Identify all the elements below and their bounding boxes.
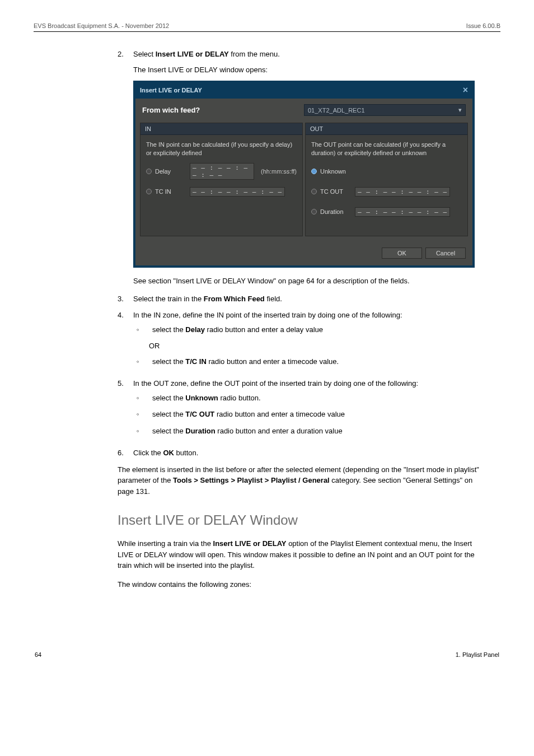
step-number: 5. xyxy=(118,378,133,442)
cancel-button[interactable]: Cancel xyxy=(425,248,466,259)
section-heading: Insert LIVE or DELAY Window xyxy=(118,512,484,528)
step5-opt1: select the Unknown radio button. xyxy=(152,393,261,404)
tcout-label: TC OUT xyxy=(320,188,352,195)
delay-suffix: (hh:mm:ss:ff) xyxy=(261,168,297,175)
step5-text: In the OUT zone, define the OUT point of… xyxy=(133,378,484,389)
chevron-down-icon: ▾ xyxy=(458,106,462,114)
feed-select[interactable]: 01_XT2_ADL_REC1 ▾ xyxy=(304,104,466,116)
step2-sub: The Insert LIVE or DELAY window opens: xyxy=(133,64,484,76)
feed-label: From wich feed? xyxy=(142,106,304,114)
step-number: 3. xyxy=(118,293,133,305)
unknown-label: Unknown xyxy=(320,168,352,175)
tcin-radio[interactable] xyxy=(146,189,152,194)
in-header: IN xyxy=(140,123,302,135)
page-number: 64 xyxy=(35,651,41,658)
dialog-title: Insert LIVE or DELAY xyxy=(140,87,202,94)
ok-button[interactable]: OK xyxy=(382,248,422,259)
duration-value[interactable]: – – : – – : – – : – – xyxy=(355,207,450,217)
step6-text: Click the OK button. xyxy=(133,447,484,459)
duration-radio[interactable] xyxy=(311,209,317,214)
delay-radio[interactable] xyxy=(146,169,152,174)
tcout-radio[interactable] xyxy=(311,189,317,194)
out-pane: OUT The OUT point can be calculated (if … xyxy=(305,123,468,236)
section-p1: While inserting a train via the Insert L… xyxy=(118,538,484,571)
duration-label: Duration xyxy=(320,208,352,215)
feed-value: 01_XT2_ADL_REC1 xyxy=(308,107,365,114)
header-right: Issue 6.00.B xyxy=(466,22,500,29)
page-header: EVS Broadcast Equipment S.A. - November … xyxy=(34,22,500,32)
step-number: 6. xyxy=(118,447,133,459)
step4-opt2: select the T/C IN radio button and enter… xyxy=(152,356,339,367)
out-desc: The OUT point can be calculated (if you … xyxy=(311,141,462,157)
delay-label: Delay xyxy=(155,168,186,175)
step4-opt1: select the Delay radio button and enter … xyxy=(152,324,323,335)
step4-or: OR xyxy=(149,340,484,352)
step5-opt2: select the T/C OUT radio button and ente… xyxy=(152,409,345,420)
after-dialog-text: See section "Insert LIVE or DELAY Window… xyxy=(133,276,484,287)
page-footer: 64 1. Playlist Panel xyxy=(34,651,500,658)
tcout-value[interactable]: – – : – – : – – : – – xyxy=(355,187,450,197)
step5-opt3: select the Duration radio button and ent… xyxy=(152,426,343,437)
step3-text: Select the train in the From Which Feed … xyxy=(133,293,484,305)
step2-text: Select Insert LIVE or DELAY from the men… xyxy=(133,49,484,60)
tcin-label: TC IN xyxy=(155,188,186,195)
header-left: EVS Broadcast Equipment S.A. - November … xyxy=(34,22,169,29)
dialog-screenshot: Insert LIVE or DELAY × From wich feed? 0… xyxy=(133,81,484,268)
in-desc: The IN point can be calculated (if you s… xyxy=(146,141,297,157)
unknown-radio[interactable] xyxy=(311,169,317,174)
close-icon[interactable]: × xyxy=(463,85,468,95)
step4-text: In the IN zone, define the IN point of t… xyxy=(133,310,484,321)
in-pane: IN The IN point can be calculated (if yo… xyxy=(140,123,303,236)
footer-right: 1. Playlist Panel xyxy=(456,651,499,658)
tail-paragraph: The element is inserted in the list befo… xyxy=(118,464,484,497)
tcin-value[interactable]: – – : – – : – – : – – xyxy=(190,187,285,197)
out-header: OUT xyxy=(306,123,467,135)
delay-value[interactable]: – – : – – : – – : – – xyxy=(190,163,254,180)
section-p2: The window contains the following zones: xyxy=(118,579,484,590)
step-number: 4. xyxy=(118,310,133,372)
step-number: 2. xyxy=(118,49,133,75)
